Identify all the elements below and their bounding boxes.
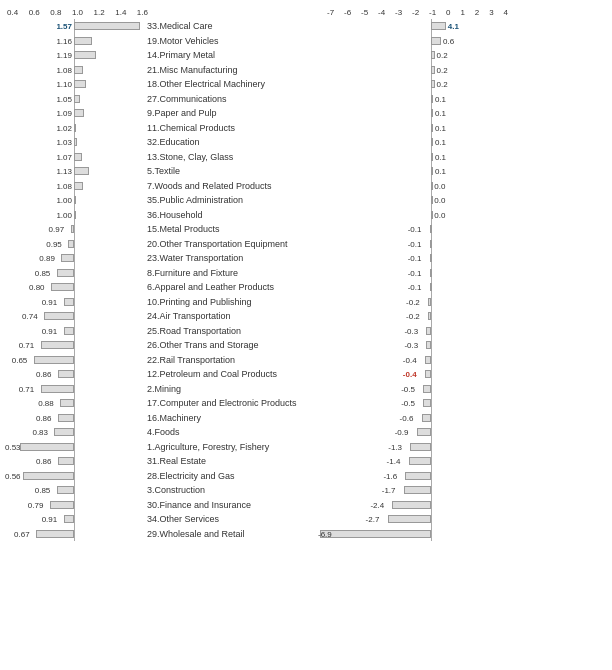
- industry-label: 24.Air Transportation: [143, 309, 318, 324]
- chart-row: 1.1619.Motor Vehicles0.6: [5, 34, 607, 49]
- right-bar-label: -0.3: [404, 327, 418, 336]
- left-bar: [34, 356, 74, 364]
- right-bar: [431, 37, 441, 45]
- left-bar-label: 0.86: [36, 370, 52, 379]
- left-bar: [68, 240, 74, 248]
- right-bar: [404, 486, 432, 494]
- chart-row: 1.0036.Household0.0: [5, 208, 607, 223]
- industry-label: 6.Apparel and Leather Products: [143, 280, 318, 295]
- left-bar-label: 0.86: [36, 414, 52, 423]
- right-bar-label: -0.4: [403, 356, 417, 365]
- left-bar-label: 1.19: [56, 51, 72, 60]
- left-bar: [74, 211, 76, 219]
- left-bar-label: 1.02: [56, 124, 72, 133]
- left-bar-label: 1.00: [56, 196, 72, 205]
- right-bar: [431, 80, 434, 88]
- right-bar-label: 0.6: [443, 37, 454, 46]
- industry-label: 34.Other Services: [143, 512, 318, 527]
- right-bar: [431, 138, 433, 146]
- left-bar-label: 1.03: [56, 138, 72, 147]
- right-bar-label: -0.1: [408, 254, 422, 263]
- left-bar: [54, 428, 74, 436]
- industry-label: 19.Motor Vehicles: [143, 34, 318, 49]
- right-bar-label: -1.4: [387, 457, 401, 466]
- right-bar-label: -0.9: [395, 428, 409, 437]
- industry-label: 20.Other Transportation Equipment: [143, 237, 318, 252]
- industry-label: 18.Other Electrical Machinery: [143, 77, 318, 92]
- left-bar-label: 1.08: [56, 66, 72, 75]
- left-bar-label: 0.71: [19, 341, 35, 350]
- right-bar-label: 0.1: [435, 109, 446, 118]
- left-bar: [74, 182, 83, 190]
- left-bar: [74, 124, 76, 132]
- right-bar: [431, 22, 446, 30]
- right-bar-label: 0.1: [435, 124, 446, 133]
- right-bar: [392, 501, 431, 509]
- left-bar: [23, 472, 74, 480]
- right-bar-label: 0.1: [435, 138, 446, 147]
- industry-label: 9.Paper and Pulp: [143, 106, 318, 121]
- chart-row: 0.8616.Machinery-0.6: [5, 411, 607, 426]
- chart-row: 0.8631.Real Estate-1.4: [5, 454, 607, 469]
- industry-label: 35.Public Administration: [143, 193, 318, 208]
- chart-row: 0.7424.Air Transportation-0.2: [5, 309, 607, 324]
- chart-row: 0.8923.Water Transportation-0.1: [5, 251, 607, 266]
- left-bar-label: 0.74: [22, 312, 38, 321]
- chart-row: 0.712.Mining-0.5: [5, 382, 607, 397]
- right-bar: [431, 182, 433, 190]
- industry-label: 25.Road Transportation: [143, 324, 318, 339]
- industry-label: 3.Construction: [143, 483, 318, 498]
- left-bar-label: 0.85: [35, 269, 51, 278]
- industry-label: 31.Real Estate: [143, 454, 318, 469]
- right-bar-label: -1.7: [382, 486, 396, 495]
- right-bar-label: -0.1: [408, 269, 422, 278]
- right-bar: [431, 109, 433, 117]
- right-bar: [431, 196, 433, 204]
- industry-label: 21.Misc Manufacturing: [143, 63, 318, 78]
- left-bar: [74, 95, 80, 103]
- left-bar-label: 1.08: [56, 182, 72, 191]
- chart-row: 0.9715.Metal Products-0.1: [5, 222, 607, 237]
- left-bar: [58, 414, 74, 422]
- left-bar: [58, 370, 74, 378]
- industry-label: 2.Mining: [143, 382, 318, 397]
- right-bar-label: 0.2: [437, 80, 448, 89]
- right-bar-label: -1.6: [383, 472, 397, 481]
- chart-row: 1.1914.Primary Metal0.2: [5, 48, 607, 63]
- chart-row: 1.0211.Chemical Products0.1: [5, 121, 607, 136]
- chart-row: 0.531.Agriculture, Forestry, Fishery-1.3: [5, 440, 607, 455]
- industry-label: 16.Machinery: [143, 411, 318, 426]
- left-bar: [74, 80, 86, 88]
- left-bar: [64, 515, 74, 523]
- left-bar-label: 1.10: [56, 80, 72, 89]
- left-bar-label: 0.91: [42, 327, 58, 336]
- industry-label: 12.Petroleum and Coal Products: [143, 367, 318, 382]
- right-bar-label: 0.0: [434, 196, 445, 205]
- left-bar: [20, 443, 74, 451]
- left-bar: [74, 22, 140, 30]
- left-bar: [57, 486, 74, 494]
- chart-row: 0.834.Foods-0.9: [5, 425, 607, 440]
- chart-rows: 1.5733.Medical Care4.11.1619.Motor Vehic…: [5, 19, 607, 541]
- industry-label: 13.Stone, Clay, Glass: [143, 150, 318, 165]
- right-bar-label: 0.2: [437, 66, 448, 75]
- chart-row: 0.9134.Other Services-2.7: [5, 512, 607, 527]
- chart-row: 0.8612.Petroleum and Coal Products-0.4: [5, 367, 607, 382]
- right-bar: [405, 472, 431, 480]
- industry-label: 30.Finance and Insurance: [143, 498, 318, 513]
- chart-row: 0.6522.Rail Transportation-0.4: [5, 353, 607, 368]
- chart-row: 1.135.Textile0.1: [5, 164, 607, 179]
- chart-row: 1.0713.Stone, Clay, Glass0.1: [5, 150, 607, 165]
- chart-row: 1.099.Paper and Pulp0.1: [5, 106, 607, 121]
- left-bar-label: 0.53: [5, 443, 21, 452]
- left-bar-label: 0.89: [39, 254, 55, 263]
- right-bar: [430, 254, 432, 262]
- left-bar: [41, 341, 74, 349]
- left-bar-label: 0.71: [19, 385, 35, 394]
- left-bar-label: 0.86: [36, 457, 52, 466]
- right-bar-label: -0.5: [401, 399, 415, 408]
- right-bar: [430, 283, 432, 291]
- industry-label: 28.Electricity and Gas: [143, 469, 318, 484]
- right-bar-label: -6.9: [318, 530, 332, 539]
- left-bar: [74, 153, 82, 161]
